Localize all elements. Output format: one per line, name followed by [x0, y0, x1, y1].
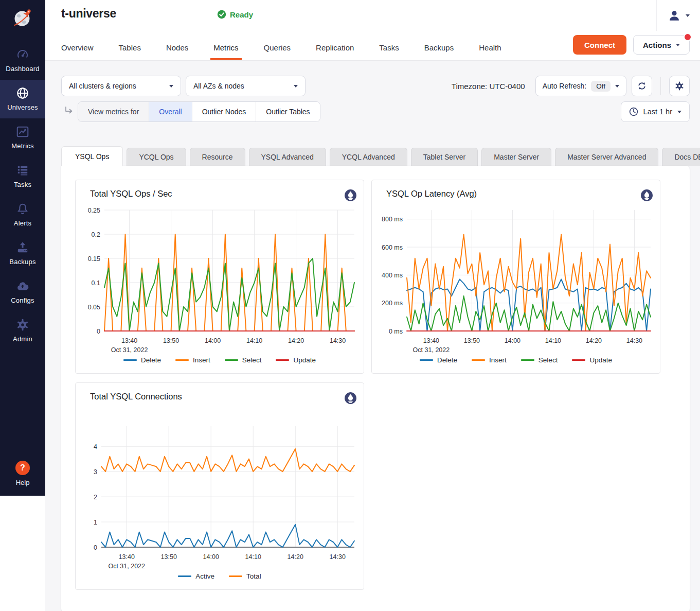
- sidebar-item-alerts[interactable]: Alerts: [0, 196, 45, 234]
- clusters-regions-select[interactable]: All clusters & regions: [61, 76, 181, 96]
- svg-text:3: 3: [94, 468, 97, 476]
- view-tab-outlier-tables[interactable]: Outlier Tables: [256, 102, 319, 121]
- tab-overview[interactable]: Overview: [61, 43, 94, 60]
- metric-tab-ycql-ops[interactable]: YCQL Ops: [127, 148, 186, 166]
- tab-tasks[interactable]: Tasks: [379, 43, 399, 60]
- legend-swatch: [123, 359, 137, 361]
- legend-item-total[interactable]: Total: [229, 572, 261, 580]
- sidebar-item-dashboard[interactable]: Dashboard: [0, 41, 45, 80]
- metric-tab-master-server[interactable]: Master Server: [481, 148, 551, 166]
- legend-item-select[interactable]: Select: [225, 356, 262, 364]
- check-circle-icon: [217, 10, 226, 19]
- legend-item-delete[interactable]: Delete: [123, 356, 161, 364]
- metric-tab-ysql-ops[interactable]: YSQL Ops: [61, 146, 123, 166]
- upload-drive-icon: [0, 241, 45, 254]
- tab-backups[interactable]: Backups: [424, 43, 454, 60]
- legend-item-insert[interactable]: Insert: [175, 356, 210, 364]
- sidebar-item-label: Backups: [0, 258, 45, 266]
- refresh-button[interactable]: [632, 76, 652, 96]
- svg-text:2: 2: [94, 494, 97, 501]
- metric-tab-tablet-server[interactable]: Tablet Server: [411, 148, 478, 166]
- metric-tab-ycql-advanced[interactable]: YCQL Advanced: [330, 148, 407, 166]
- actions-button[interactable]: Actions: [633, 35, 690, 55]
- chart-legend[interactable]: ActiveTotal: [76, 570, 364, 589]
- tab-tables[interactable]: Tables: [119, 43, 141, 60]
- svg-text:Oct 31, 2022: Oct 31, 2022: [413, 346, 450, 354]
- svg-text:13:40: 13:40: [119, 553, 135, 561]
- sidebar-item-label: Metrics: [0, 142, 45, 150]
- actions-label: Actions: [643, 41, 671, 49]
- chart-legend[interactable]: DeleteInsertSelectUpdate: [76, 354, 364, 373]
- metrics-content: All clusters & regions All AZs & nodes T…: [45, 61, 700, 611]
- view-tab-overall[interactable]: Overall: [149, 102, 192, 121]
- svg-text:13:50: 13:50: [161, 553, 177, 561]
- tab-nodes[interactable]: Nodes: [166, 43, 188, 60]
- svg-text:0.1: 0.1: [92, 280, 100, 287]
- tab-metrics[interactable]: Metrics: [213, 43, 238, 60]
- auto-refresh-label: Auto Refresh:: [543, 82, 587, 90]
- legend-item-delete[interactable]: Delete: [420, 356, 457, 364]
- time-range-select[interactable]: Last 1 hr: [621, 101, 690, 122]
- prometheus-icon[interactable]: [344, 392, 357, 405]
- settings-button[interactable]: [669, 76, 690, 96]
- auto-refresh-value: Off: [591, 81, 611, 92]
- timezone-label: Timezone: UTC-0400: [452, 82, 525, 91]
- connect-button[interactable]: Connect: [573, 35, 626, 55]
- chart-panel-total-ysql-ops: Total YSQL Ops / Sec 00.050.10.150.20.25…: [75, 180, 364, 374]
- auto-refresh-select[interactable]: Auto Refresh: Off: [535, 76, 626, 96]
- legend-item-update[interactable]: Update: [276, 356, 316, 364]
- sidebar-item-label: Configs: [0, 296, 45, 304]
- legend-item-update[interactable]: Update: [572, 356, 612, 364]
- legend-item-active[interactable]: Active: [178, 572, 214, 580]
- prometheus-icon[interactable]: [344, 189, 357, 202]
- legend-item-select[interactable]: Select: [521, 356, 558, 364]
- svg-text:800 ms: 800 ms: [382, 216, 403, 223]
- total-ysql-connections-chart[interactable]: 0123413:40Oct 31, 202213:5014:0014:1014:…: [81, 421, 358, 570]
- sidebar-item-universes[interactable]: Universes: [0, 80, 45, 118]
- legend-swatch: [276, 359, 289, 361]
- filters-row: All clusters & regions All AZs & nodes T…: [61, 76, 690, 96]
- header-actions: Connect Actions: [573, 35, 690, 55]
- metric-tab-docs-db[interactable]: Docs DB: [662, 148, 700, 166]
- sidebar-item-tasks[interactable]: Tasks: [0, 157, 45, 196]
- svg-text:0.2: 0.2: [92, 231, 100, 238]
- legend-label: Select: [539, 356, 558, 364]
- list-icon: [0, 164, 45, 177]
- clock-icon: [629, 107, 638, 116]
- svg-text:14:00: 14:00: [205, 337, 221, 344]
- svg-text:4: 4: [94, 443, 97, 450]
- ysql-op-latency-chart[interactable]: 0 ms200 ms400 ms600 ms800 ms13:40Oct 31,…: [377, 205, 655, 354]
- chart-panel-head: Total YSQL Connections: [76, 383, 364, 407]
- tab-health[interactable]: Health: [479, 43, 501, 60]
- view-metrics-row: View metrics for Overall Outlier Nodes O…: [61, 101, 690, 122]
- chart-panel-head: Total YSQL Ops / Sec: [76, 180, 364, 204]
- user-menu[interactable]: [656, 0, 700, 31]
- metric-tab-resource[interactable]: Resource: [190, 148, 245, 166]
- status-badge: Ready: [217, 10, 253, 19]
- svg-text:200 ms: 200 ms: [382, 300, 403, 307]
- legend-item-insert[interactable]: Insert: [472, 356, 507, 364]
- view-metrics-segmented: View metrics for Overall Outlier Nodes O…: [78, 101, 320, 122]
- sidebar-item-metrics[interactable]: Metrics: [0, 118, 45, 157]
- yugabyte-logo[interactable]: [0, 0, 45, 37]
- page-title: t-universe: [61, 7, 116, 21]
- tab-replication[interactable]: Replication: [316, 43, 354, 60]
- total-ysql-ops-chart[interactable]: 00.050.10.150.20.2513:40Oct 31, 202213:5…: [81, 205, 358, 354]
- gear-icon: [0, 318, 45, 331]
- sidebar-item-admin[interactable]: Admin: [0, 311, 45, 350]
- tab-queries[interactable]: Queries: [264, 43, 291, 60]
- legend-swatch: [521, 359, 534, 361]
- azs-nodes-select[interactable]: All AZs & nodes: [186, 76, 306, 96]
- metric-tab-master-server-advanced[interactable]: Master Server Advanced: [555, 148, 658, 166]
- chart-legend[interactable]: DeleteInsertSelectUpdate: [372, 354, 660, 373]
- svg-text:400 ms: 400 ms: [382, 272, 403, 279]
- sidebar-item-backups[interactable]: Backups: [0, 234, 45, 273]
- view-tab-outlier-nodes[interactable]: Outlier Nodes: [192, 102, 257, 121]
- prometheus-icon[interactable]: [640, 189, 653, 202]
- svg-text:0.15: 0.15: [88, 255, 100, 263]
- svg-text:13:40: 13:40: [423, 337, 439, 344]
- sidebar-item-help[interactable]: ? Help: [15, 461, 30, 486]
- bell-icon: [0, 202, 45, 216]
- sidebar-item-configs[interactable]: Configs: [0, 273, 45, 311]
- metric-tab-ysql-advanced[interactable]: YSQL Advanced: [249, 148, 326, 166]
